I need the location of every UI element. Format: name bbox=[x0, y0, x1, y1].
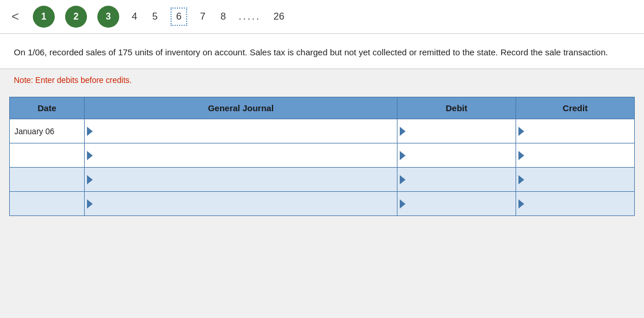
arrow-marker bbox=[400, 151, 406, 160]
journal-cell-4[interactable] bbox=[85, 192, 397, 216]
journal-input-1[interactable] bbox=[93, 119, 397, 143]
nav-circle-2[interactable]: 2 bbox=[65, 6, 87, 28]
nav-number-4[interactable]: 4 bbox=[130, 7, 139, 26]
nav-circle-1[interactable]: 1 bbox=[33, 6, 55, 28]
debit-cell-3[interactable] bbox=[397, 168, 516, 192]
header-debit: Debit bbox=[397, 97, 516, 119]
arrow-marker bbox=[400, 175, 406, 184]
date-cell-3 bbox=[10, 168, 85, 192]
table-row bbox=[10, 168, 635, 192]
arrow-marker bbox=[400, 199, 406, 209]
arrow-marker bbox=[87, 199, 93, 209]
arrow-marker bbox=[518, 175, 524, 184]
journal-input-2[interactable] bbox=[93, 143, 397, 167]
table-row bbox=[10, 192, 635, 216]
nav-number-26[interactable]: 26 bbox=[271, 7, 287, 26]
credit-input-3[interactable] bbox=[524, 168, 634, 191]
table-row: January 06 bbox=[10, 119, 635, 143]
description-area: On 1/06, recorded sales of 175 units of … bbox=[0, 34, 644, 69]
header-date: Date bbox=[10, 97, 85, 119]
nav-number-5[interactable]: 5 bbox=[150, 7, 160, 26]
debit-cell-1[interactable] bbox=[397, 119, 516, 143]
nav-circle-3[interactable]: 3 bbox=[97, 6, 119, 28]
debit-input-4[interactable] bbox=[406, 192, 516, 215]
debit-input-2[interactable] bbox=[406, 143, 516, 167]
credit-cell-4[interactable] bbox=[516, 192, 635, 216]
debit-input-3[interactable] bbox=[406, 168, 516, 191]
arrow-marker bbox=[518, 151, 524, 160]
credit-input-2[interactable] bbox=[524, 143, 634, 167]
journal-input-3[interactable] bbox=[93, 168, 397, 191]
journal-cell-1[interactable] bbox=[85, 119, 397, 143]
credit-input-4[interactable] bbox=[524, 192, 634, 215]
description-text: On 1/06, recorded sales of 175 units of … bbox=[14, 46, 630, 59]
table-row bbox=[10, 143, 635, 168]
credit-cell-3[interactable] bbox=[516, 168, 635, 192]
journal-cell-2[interactable] bbox=[85, 143, 397, 168]
debit-cell-2[interactable] bbox=[397, 143, 516, 168]
debit-cell-4[interactable] bbox=[397, 192, 516, 216]
journal-table-container: Date General Journal Debit Credit Januar… bbox=[9, 97, 635, 216]
nav-ellipsis: ..... bbox=[238, 11, 261, 22]
date-cell-4 bbox=[10, 192, 85, 216]
credit-cell-1[interactable] bbox=[516, 119, 635, 143]
date-cell-2 bbox=[10, 143, 85, 168]
nav-number-7[interactable]: 7 bbox=[198, 7, 207, 26]
header-credit: Credit bbox=[516, 97, 635, 119]
date-cell-1: January 06 bbox=[10, 119, 85, 143]
credit-input-1[interactable] bbox=[524, 119, 634, 143]
arrow-marker bbox=[87, 151, 93, 160]
nav-number-6[interactable]: 6 bbox=[171, 7, 187, 26]
journal-table: Date General Journal Debit Credit Januar… bbox=[9, 97, 635, 216]
back-chevron[interactable]: < bbox=[12, 9, 19, 24]
note-area: Note: Enter debits before credits. bbox=[0, 69, 644, 91]
nav-number-8[interactable]: 8 bbox=[218, 7, 228, 26]
journal-input-4[interactable] bbox=[93, 192, 397, 215]
header-journal: General Journal bbox=[85, 97, 397, 119]
arrow-marker bbox=[518, 127, 524, 136]
arrow-marker bbox=[518, 199, 524, 209]
arrow-marker bbox=[400, 127, 406, 136]
navigation-bar: < 1 2 3 4 5 6 7 8 ..... 26 bbox=[0, 0, 644, 34]
arrow-marker bbox=[87, 175, 93, 184]
credit-cell-2[interactable] bbox=[516, 143, 635, 168]
arrow-marker bbox=[87, 127, 93, 136]
note-text: Note: Enter debits before credits. bbox=[14, 75, 132, 85]
debit-input-1[interactable] bbox=[406, 119, 516, 143]
journal-cell-3[interactable] bbox=[85, 168, 397, 192]
